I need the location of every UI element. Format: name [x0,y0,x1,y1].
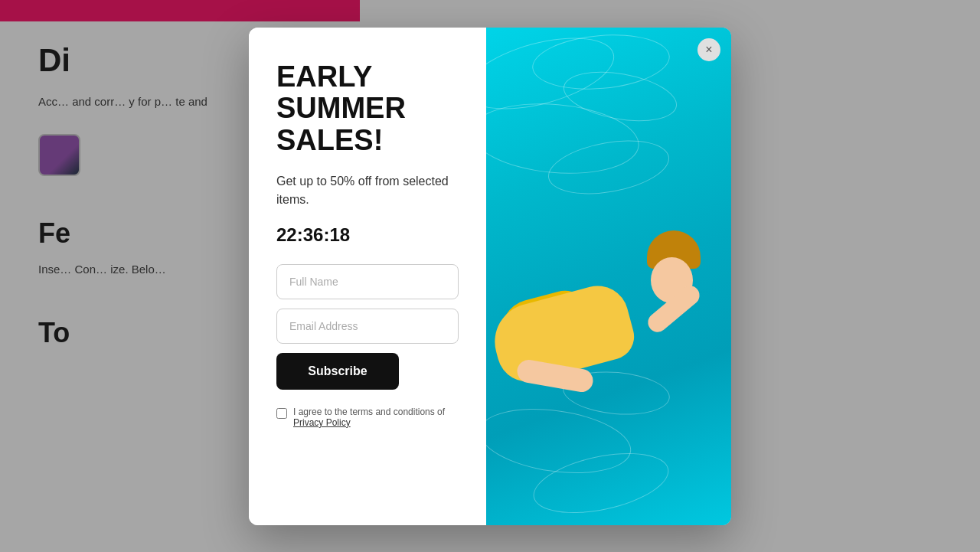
subscribe-button[interactable]: Subscribe [276,353,399,390]
modal-subtext: Get up to 50% off from selected items. [276,172,459,209]
email-input[interactable] [276,309,459,344]
modal-close-button[interactable]: × [697,38,720,61]
terms-text: I agree to the terms and conditions of P… [293,407,459,428]
full-name-input[interactable] [276,264,459,299]
modal-timer: 22:36:18 [276,224,459,246]
pool-image [486,28,731,525]
modal-right-panel [486,28,731,525]
privacy-policy-link[interactable]: Privacy Policy [293,417,351,428]
modal-left-panel: EARLY SUMMER SALES! Get up to 50% off fr… [249,28,486,525]
terms-label[interactable]: I agree to the terms and conditions of P… [276,407,459,428]
terms-checkbox[interactable] [276,408,287,419]
swimmer-figure [486,204,708,418]
popup-modal: EARLY SUMMER SALES! Get up to 50% off fr… [249,28,731,525]
modal-headline: EARLY SUMMER SALES! [276,61,459,157]
modal-overlay: EARLY SUMMER SALES! Get up to 50% off fr… [0,0,980,552]
